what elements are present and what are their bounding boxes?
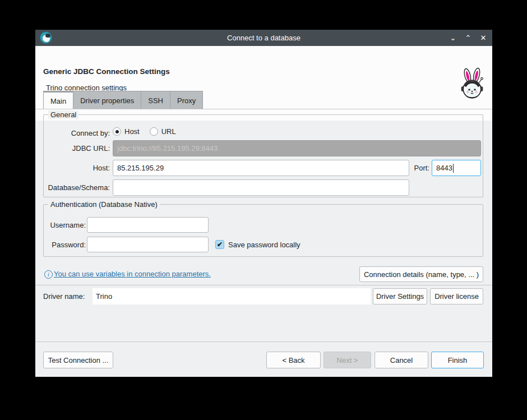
database-label: Database/Schema: bbox=[45, 183, 110, 192]
driver-license-button[interactable]: Driver license bbox=[430, 288, 483, 304]
radio-host-control[interactable] bbox=[113, 127, 121, 136]
radio-url[interactable]: URL bbox=[150, 127, 176, 136]
host-input[interactable] bbox=[113, 160, 409, 176]
port-label: Port: bbox=[413, 164, 429, 172]
radio-host-label: Host bbox=[124, 127, 140, 136]
radio-host[interactable]: Host bbox=[113, 127, 140, 136]
window-controls: ⌄ ⌃ ✕ bbox=[449, 30, 488, 46]
variables-link[interactable]: You can use variables in connection para… bbox=[54, 270, 211, 278]
connect-by-radios: Host URL bbox=[113, 127, 176, 136]
maximize-icon[interactable]: ⌃ bbox=[464, 30, 473, 46]
save-password-checkbox[interactable]: ✔ bbox=[215, 240, 224, 249]
save-password-label: Save password locally bbox=[228, 241, 301, 249]
window-title: Connect to a database bbox=[35, 34, 492, 42]
tab-ssh[interactable]: SSH bbox=[141, 91, 170, 109]
page-title: Generic JDBC Connection Settings bbox=[43, 67, 170, 76]
titlebar: Connect to a database ⌄ ⌃ ✕ bbox=[35, 30, 492, 46]
username-label: Username: bbox=[45, 221, 86, 229]
password-label: Password: bbox=[45, 241, 86, 249]
close-icon[interactable]: ✕ bbox=[479, 30, 488, 46]
text-caret bbox=[453, 164, 454, 173]
tab-divider bbox=[35, 109, 492, 109]
back-button[interactable]: < Back bbox=[266, 352, 321, 368]
jdbc-url-label: JDBC URL: bbox=[45, 144, 110, 153]
minimize-icon[interactable]: ⌄ bbox=[449, 30, 457, 46]
info-icon: i bbox=[44, 270, 53, 279]
connect-by-label: Connect by: bbox=[45, 129, 110, 137]
next-button: Next > bbox=[323, 352, 371, 368]
radio-url-label: URL bbox=[161, 127, 176, 136]
port-input[interactable]: 8443 bbox=[432, 160, 481, 176]
tab-driver-properties[interactable]: Driver properties bbox=[73, 91, 141, 109]
save-password-option[interactable]: ✔ Save password locally bbox=[215, 240, 301, 249]
general-group-legend: General bbox=[48, 110, 78, 119]
password-input[interactable] bbox=[87, 237, 209, 252]
divider-footer bbox=[35, 341, 492, 342]
database-input[interactable] bbox=[113, 179, 409, 196]
driver-name-label: Driver name: bbox=[43, 292, 85, 301]
tab-proxy[interactable]: Proxy bbox=[170, 91, 203, 109]
auth-group-legend: Authentication (Database Native) bbox=[48, 200, 160, 209]
host-label: Host: bbox=[45, 164, 110, 172]
tab-main[interactable]: Main bbox=[43, 91, 73, 109]
port-value: 8443 bbox=[436, 164, 452, 172]
trino-rabbit-logo bbox=[457, 67, 487, 101]
cancel-button[interactable]: Cancel bbox=[375, 352, 428, 368]
connect-dialog: Connect to a database ⌄ ⌃ ✕ Generic JDBC… bbox=[35, 30, 492, 377]
driver-settings-button[interactable]: Driver Settings bbox=[373, 288, 427, 304]
driver-name-value: Trino bbox=[93, 288, 371, 304]
connection-details-button[interactable]: Connection details (name, type, ... ) bbox=[359, 266, 483, 282]
finish-button[interactable]: Finish bbox=[431, 352, 484, 368]
divider-driver bbox=[35, 285, 492, 285]
tab-bar: Main Driver properties SSH Proxy bbox=[43, 91, 203, 109]
username-input[interactable] bbox=[87, 217, 209, 233]
dialog-header: Generic JDBC Connection Settings Trino c… bbox=[35, 46, 492, 121]
jdbc-url-field: jdbc:trino://85.215.195.29:8443 bbox=[113, 140, 481, 156]
radio-url-control[interactable] bbox=[150, 127, 158, 136]
test-connection-button[interactable]: Test Connection ... bbox=[43, 352, 113, 368]
